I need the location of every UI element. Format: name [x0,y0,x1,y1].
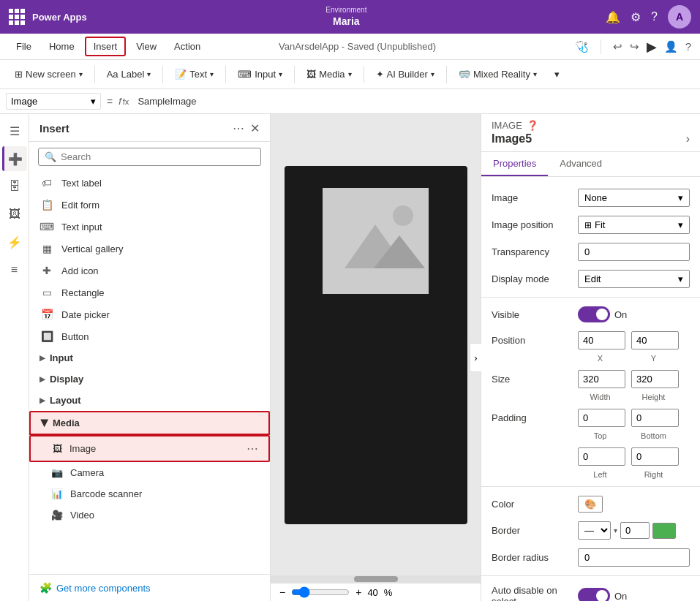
sidebar-power-automate-icon[interactable]: ⚡ [2,230,27,254]
list-item-date-picker[interactable]: 📅 Date picker [29,303,270,325]
padding-bottom-input[interactable] [631,409,679,427]
sidebar-variables-icon[interactable]: ≡ [2,257,27,282]
mixed-reality-button[interactable]: 🥽 Mixed Reality ▾ [453,66,543,83]
sidebar-data-icon[interactable]: 🗄 [2,174,27,199]
auto-disable-toggle[interactable] [578,588,610,601]
image-item-options[interactable]: ⋯ [246,442,258,456]
fx-button[interactable]: f fx [118,96,129,107]
pos-y-input[interactable] [631,331,679,349]
element-name: Image5 [492,132,532,145]
list-item-text-input[interactable]: ⌨ Text input [29,216,270,238]
border-radius-input[interactable] [578,548,690,567]
padding-label: Padding [492,412,572,423]
list-item-image[interactable]: 🖼 Image ⋯ [29,435,270,462]
health-check-icon[interactable]: 🩺 [575,40,589,53]
image-pos-select[interactable]: ⊞ Fit ▾ [578,216,690,234]
share-icon[interactable]: 👤 [664,40,678,53]
type-help-icon[interactable]: ❓ [527,120,538,131]
sidebar-insert-icon[interactable]: ➕ [2,146,27,171]
image-placeholder[interactable] [323,188,429,294]
pos-x-input[interactable] [578,331,625,349]
help-icon[interactable]: ? [651,10,658,23]
sidebar-home-icon[interactable]: ☰ [2,118,27,143]
canvas-scrollbar[interactable] [271,575,481,583]
avatar[interactable]: A [668,5,691,29]
prop-image-position: Image position ⊞ Fit ▾ [481,211,700,238]
run-button[interactable]: ▶ [647,39,657,55]
waffle-icon[interactable] [9,9,25,25]
panel-expand-icon[interactable]: › [686,132,690,145]
notification-icon[interactable]: 🔔 [606,10,620,24]
label-button[interactable]: Aa Label ▾ [101,66,157,83]
sidebar-media-icon[interactable]: 🖼 [2,202,27,227]
group-layout[interactable]: ▶ Layout [29,390,270,411]
insert-options-button[interactable]: ⋯ [233,121,244,135]
group-input[interactable]: ▶ Input [29,347,270,368]
help-menu-icon[interactable]: ? [685,40,691,53]
image-prop-select[interactable]: None ▾ [578,189,690,207]
padding-right-input[interactable] [631,447,679,466]
menu-home[interactable]: Home [42,38,82,55]
border-color-swatch[interactable] [652,523,676,539]
more-toolbar-button[interactable]: ▾ [549,66,565,83]
padding-top-input[interactable] [578,409,625,427]
insert-close-button[interactable]: ✕ [250,121,260,135]
media-group-label: Media [53,417,80,428]
menu-insert[interactable]: Insert [85,37,127,56]
input-button[interactable]: ⌨ Input ▾ [232,66,288,83]
formula-input[interactable] [135,94,694,108]
tab-advanced[interactable]: Advanced [548,152,614,176]
tab-properties[interactable]: Properties [481,152,548,176]
main-area: ☰ ➕ 🗄 🖼 ⚡ ≡ Insert ⋯ ✕ 🔍 🏷 Text label [0,114,700,601]
position-label: Position [492,335,572,346]
group-media[interactable]: ▶ Media [29,411,270,435]
text-label-text: Text label [61,178,102,189]
image-select-chevron: ▾ [678,192,683,203]
panel-expand-button[interactable]: › [470,343,481,372]
zoom-slider[interactable] [291,586,350,598]
list-item-button[interactable]: 🔲 Button [29,325,270,347]
edit-form-text: Edit form [61,200,99,211]
undo-button[interactable]: ↩ [613,40,622,53]
list-item-vertical-gallery[interactable]: ▦ Vertical gallery [29,238,270,260]
add-icon-icon: ✚ [39,265,54,276]
zoom-in-button[interactable]: + [355,586,361,598]
insert-footer[interactable]: 🧩 Get more components [29,574,270,601]
menu-file[interactable]: File [9,38,39,55]
list-item-video[interactable]: 🎥 Video [29,504,270,526]
settings-icon[interactable]: ⚙ [631,10,641,24]
fit-icon: ⊞ [584,220,592,230]
size-height-input[interactable] [631,370,679,388]
vertical-gallery-icon: ▦ [39,243,54,254]
text-button[interactable]: 📝 Text ▾ [169,66,219,83]
element-selector[interactable]: Image ▾ [6,93,101,110]
list-item-edit-form[interactable]: 📋 Edit form [29,194,270,216]
zoom-out-button[interactable]: − [279,586,285,598]
size-width-input[interactable] [578,370,625,388]
border-style-select[interactable]: — [578,521,611,540]
ai-icon: ✦ [376,69,384,80]
redo-button[interactable]: ↪ [630,40,639,53]
list-item-rectangle[interactable]: ▭ Rectangle [29,281,270,303]
list-item-add-icon[interactable]: ✚ Add icon [29,260,270,281]
border-width-input[interactable] [620,522,650,539]
menu-view[interactable]: View [129,38,164,55]
color-picker-button[interactable]: 🎨 [578,496,603,513]
list-item-barcode[interactable]: 📊 Barcode scanner [29,483,270,504]
app-name: Power Apps [32,12,87,23]
padding-top-label: Top [576,431,624,440]
group-display[interactable]: ▶ Display [29,368,270,390]
more-components-icon: 🧩 [39,582,52,594]
visible-toggle[interactable] [578,306,610,322]
ai-builder-button[interactable]: ✦ AI Builder ▾ [370,66,440,83]
list-item-camera[interactable]: 📷 Camera [29,462,270,483]
list-item-text-label[interactable]: 🏷 Text label [29,172,270,194]
padding-left-input[interactable] [578,447,625,466]
pos-select-chevron: ▾ [678,219,683,230]
menu-action[interactable]: Action [167,38,208,55]
transparency-input[interactable] [578,243,690,261]
display-mode-select[interactable]: Edit ▾ [578,270,690,288]
new-screen-button[interactable]: ⊞ New screen ▾ [9,66,89,83]
media-button[interactable]: 🖼 Media ▾ [301,66,357,83]
search-input[interactable] [61,151,255,162]
